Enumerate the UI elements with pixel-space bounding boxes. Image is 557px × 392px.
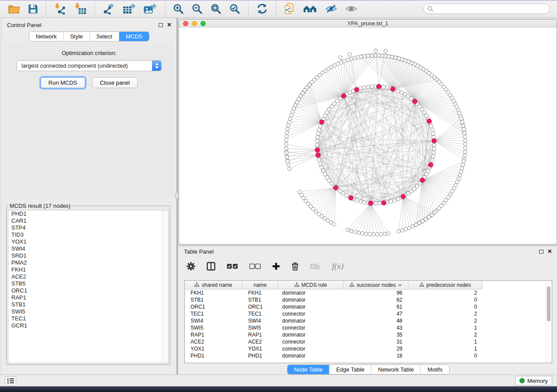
table-row[interactable]: ACE2ACE2connector311 bbox=[185, 338, 552, 345]
table-row[interactable]: STB1STB1dominator620 bbox=[185, 296, 552, 303]
mcds-hub-node[interactable] bbox=[377, 84, 381, 89]
panel-menu-button[interactable] bbox=[5, 376, 16, 385]
mcds-result-item[interactable]: SWI5 bbox=[8, 308, 168, 315]
table-row[interactable]: TEC1TEC1connector472 bbox=[185, 310, 552, 317]
delete-column-button[interactable] bbox=[291, 262, 299, 271]
table-cell: dominator bbox=[278, 304, 343, 310]
mcds-hub-node[interactable] bbox=[420, 178, 425, 182]
mcds-hub-node[interactable] bbox=[349, 196, 353, 200]
mcds-hub-node[interactable] bbox=[368, 201, 373, 206]
mcds-result-item[interactable]: TEC1 bbox=[8, 315, 168, 322]
mcds-hub-node[interactable] bbox=[401, 194, 406, 199]
deselect-all-columns-button[interactable] bbox=[249, 264, 261, 269]
table-row[interactable]: RAP1RAP1dominator352 bbox=[185, 331, 552, 338]
column-header-MCDS-role[interactable]: MCDS role bbox=[278, 281, 343, 289]
mcds-result-item[interactable]: ORC1 bbox=[8, 287, 168, 294]
hide-selected-button[interactable] bbox=[322, 3, 340, 14]
mcds-result-item[interactable]: FKH1 bbox=[8, 266, 168, 273]
import-network-button[interactable] bbox=[52, 2, 69, 15]
table-row[interactable]: SWI5SWI5connector431 bbox=[185, 324, 552, 331]
new-network-from-selection-button[interactable] bbox=[281, 2, 298, 15]
mcds-result-item[interactable]: STB5 bbox=[8, 280, 168, 287]
mcds-hub-node[interactable] bbox=[412, 99, 417, 104]
run-mcds-button[interactable]: Run MCDS bbox=[41, 77, 85, 88]
search-input[interactable] bbox=[436, 6, 546, 12]
mcds-result-item[interactable]: SRD1 bbox=[8, 252, 168, 259]
table-settings-button[interactable] bbox=[187, 262, 195, 271]
mcds-hub-node[interactable] bbox=[427, 119, 432, 124]
mcds-hub-node[interactable] bbox=[315, 148, 320, 152]
mcds-hub-node[interactable] bbox=[333, 186, 338, 190]
mcds-hub-node[interactable] bbox=[429, 163, 433, 168]
mcds-result-item[interactable]: RAP1 bbox=[8, 294, 168, 301]
mcds-result-item[interactable]: PMA2 bbox=[8, 259, 168, 266]
zoom-out-button[interactable] bbox=[189, 3, 205, 15]
save-session-button[interactable] bbox=[25, 3, 41, 15]
tab-style[interactable]: Style bbox=[63, 32, 90, 41]
mcds-result-item[interactable]: YOX1 bbox=[8, 238, 168, 245]
table-tab-edge-table[interactable]: Edge Table bbox=[329, 365, 371, 374]
float-panel-icon[interactable] bbox=[159, 23, 163, 27]
import-table-button[interactable] bbox=[72, 2, 89, 15]
close-panel-icon[interactable]: × bbox=[167, 23, 171, 27]
export-network-icon bbox=[103, 3, 115, 14]
export-image-button[interactable] bbox=[141, 2, 159, 15]
column-header-shared-name[interactable]: shared name bbox=[185, 281, 242, 289]
mcds-hub-node[interactable] bbox=[342, 93, 346, 98]
show-all-button[interactable] bbox=[343, 3, 360, 14]
mcds-hub-node[interactable] bbox=[354, 87, 359, 92]
table-row[interactable]: YOX1YOX1connector291 bbox=[185, 345, 552, 352]
table-cell: dominator bbox=[278, 332, 343, 338]
plus-icon bbox=[272, 262, 280, 270]
network-graph[interactable] bbox=[179, 28, 557, 244]
table-scrollbar-thumb[interactable] bbox=[547, 286, 550, 321]
memory-button[interactable]: Memory bbox=[515, 376, 552, 385]
mcds-hub-node[interactable] bbox=[381, 200, 386, 205]
table-row[interactable]: ORC1ORC1dominator610 bbox=[185, 303, 552, 310]
show-column-panel-button[interactable] bbox=[207, 262, 215, 271]
mcds-result-item[interactable]: CAR1 bbox=[8, 217, 168, 224]
table-tab-node-table[interactable]: Node Table bbox=[287, 365, 329, 374]
tab-network[interactable]: Network bbox=[29, 32, 63, 41]
column-header-predecessor-nodes[interactable]: predecessor nodes bbox=[408, 281, 482, 289]
table-cell: ORC1 bbox=[242, 304, 278, 310]
close-table-panel-icon[interactable]: × bbox=[548, 249, 552, 254]
table-row[interactable]: PHD1PHD1dominator180 bbox=[185, 352, 552, 359]
mcds-hub-node[interactable] bbox=[319, 120, 324, 124]
tab-select[interactable]: Select bbox=[90, 32, 119, 41]
mcds-result-item[interactable]: STB1 bbox=[8, 301, 168, 308]
mcds-result-item[interactable]: TID3 bbox=[8, 231, 168, 238]
mcds-result-item[interactable]: STP4 bbox=[8, 224, 168, 231]
zoom-selected-button[interactable] bbox=[227, 3, 243, 15]
float-table-panel-icon[interactable] bbox=[539, 250, 543, 254]
tab-mcds[interactable]: MCDS bbox=[119, 32, 149, 41]
table-row[interactable]: FKH1FKH1dominator962 bbox=[185, 289, 552, 296]
table-tab-motifs[interactable]: Motifs bbox=[420, 365, 449, 374]
mcds-hub-node[interactable] bbox=[391, 87, 395, 92]
mcds-result-item[interactable]: PHD1 bbox=[8, 210, 168, 217]
export-network-button[interactable] bbox=[100, 2, 118, 15]
open-session-button[interactable] bbox=[6, 3, 23, 15]
mcds-result-item[interactable]: SWI4 bbox=[8, 245, 168, 252]
table-row[interactable]: SWI4SWI4dominator462 bbox=[185, 317, 552, 324]
zoom-in-button[interactable] bbox=[170, 3, 187, 15]
search-box[interactable] bbox=[423, 3, 550, 14]
select-all-columns-button[interactable] bbox=[227, 264, 238, 269]
mcds-hub-node[interactable] bbox=[316, 153, 321, 158]
first-neighbors-button[interactable] bbox=[301, 3, 320, 14]
export-table-button[interactable] bbox=[120, 2, 138, 15]
table-tab-network-table[interactable]: Network Table bbox=[371, 365, 420, 374]
network-canvas[interactable] bbox=[179, 28, 557, 244]
mcds-result-item[interactable]: ACE2 bbox=[8, 273, 168, 280]
refresh-network-button[interactable] bbox=[254, 3, 270, 15]
mcds-result-item[interactable]: GCR1 bbox=[8, 322, 168, 329]
network-window-titlebar[interactable]: YPA_prune.txt_1 bbox=[179, 20, 557, 28]
zoom-fit-button[interactable] bbox=[208, 3, 224, 15]
mcds-hub-node[interactable] bbox=[432, 138, 436, 143]
column-header-successor-nodes[interactable]: successor nodes bbox=[343, 281, 408, 289]
close-panel-button[interactable]: Close panel bbox=[92, 77, 138, 88]
column-header-name[interactable]: name bbox=[242, 281, 278, 289]
add-column-button[interactable] bbox=[272, 262, 280, 270]
optimization-select[interactable]: largest connected component (undirected) bbox=[17, 60, 162, 71]
result-list-scrollbar[interactable] bbox=[162, 210, 168, 363]
